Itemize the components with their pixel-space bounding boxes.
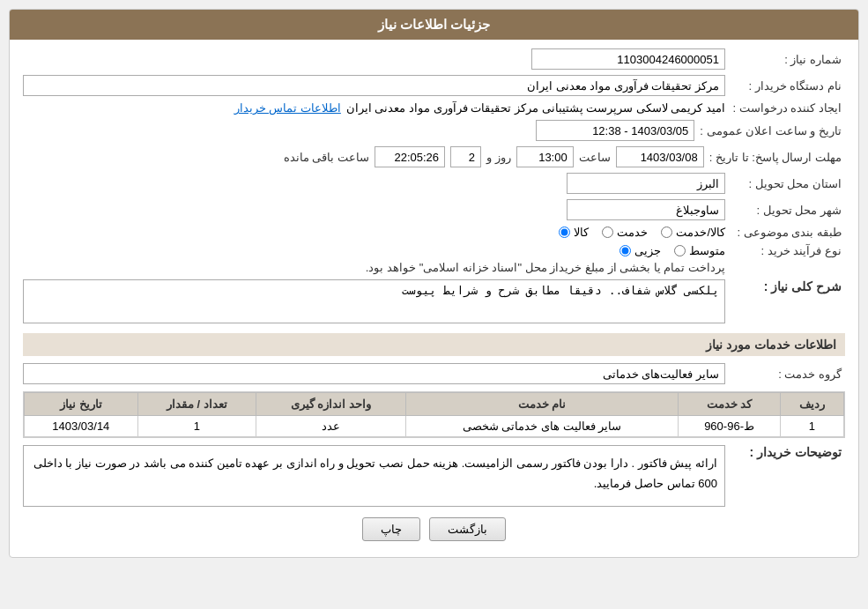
cell-name-1: سایر فعالیت های خدماتی شخصی xyxy=(405,416,678,437)
description-label: شرح کلی نیاز : xyxy=(731,279,845,293)
cell-row-1: 1 xyxy=(780,416,843,437)
cell-unit-1: عدد xyxy=(256,416,406,437)
back-button[interactable]: بازگشت xyxy=(429,517,506,541)
col-header-qty: تعداد / مقدار xyxy=(137,393,256,416)
process-radio-group: متوسط جزیی xyxy=(366,244,725,257)
buyer-org-value: مرکز تحقیقات فرآوری مواد معدنی ایران xyxy=(23,75,725,96)
reply-day-label: روز و xyxy=(486,151,511,164)
services-table: ردیف کد خدمت نام خدمت واحد اندازه گیری ت… xyxy=(23,391,845,438)
category-label: طبقه بندی موضوعی : xyxy=(731,226,845,239)
need-number-value: 1103004246000051 xyxy=(531,48,725,70)
creator-label: ایجاد کننده درخواست : xyxy=(731,101,845,115)
process-radio-medium[interactable]: متوسط xyxy=(674,244,725,257)
reply-time-label: ساعت xyxy=(579,151,611,164)
category-radio-group: کالا/خدمت خدمت کالا xyxy=(559,226,725,239)
category-radio-khedmat[interactable]: خدمت xyxy=(602,226,648,239)
col-header-name: نام خدمت xyxy=(405,393,678,416)
reply-remaining: 22:05:26 xyxy=(375,146,445,167)
category-label-kala: کالا xyxy=(574,226,589,239)
reply-days: 2 xyxy=(450,146,481,167)
buyer-notes-value: ارائه پیش فاکتور . دارا بودن فاکتور رسمی… xyxy=(23,445,725,507)
process-label-partial: جزیی xyxy=(634,244,661,257)
service-group-value: سایر فعالیت‌های خدماتی xyxy=(23,363,725,384)
creator-value: امید کریمی لاسکی سرپرست پشتیبانی مرکز تح… xyxy=(346,101,725,115)
reply-time: 13:00 xyxy=(516,146,574,167)
col-header-date: تاریخ نیاز xyxy=(25,393,138,416)
category-radio-kala-khedmat-input[interactable] xyxy=(661,227,672,238)
category-label-kala-khedmat: کالا/خدمت xyxy=(676,226,725,239)
buyer-org-label: نام دستگاه خریدار : xyxy=(731,79,845,93)
category-radio-kala-input[interactable] xyxy=(559,227,570,238)
services-section-header: اطلاعات خدمات مورد نیاز xyxy=(23,333,845,356)
col-header-code: کد خدمت xyxy=(679,393,781,416)
process-radio-partial-input[interactable] xyxy=(619,245,631,256)
cell-qty-1: 1 xyxy=(137,416,256,437)
province-label: استان محل تحویل : xyxy=(731,177,845,190)
buyer-notes-label: توضیحات خریدار : xyxy=(731,445,845,459)
reply-deadline-label: مهلت ارسال پاسخ: تا تاریخ : xyxy=(709,151,845,164)
process-note: پرداخت تمام یا بخشی از مبلغ خریداز محل "… xyxy=(366,261,725,274)
service-group-label: گروه خدمت : xyxy=(731,368,845,381)
category-radio-kala-khedmat[interactable]: کالا/خدمت xyxy=(661,226,725,239)
need-number-label: شماره نیاز : xyxy=(731,53,845,66)
buttons-row: بازگشت چاپ xyxy=(23,517,845,541)
announce-label: تاریخ و ساعت اعلان عمومی : xyxy=(700,124,845,137)
page-title: جزئیات اطلاعات نیاز xyxy=(10,10,858,40)
table-row: 1 ط-96-960 سایر فعالیت های خدماتی شخصی ع… xyxy=(25,416,844,437)
cell-code-1: ط-96-960 xyxy=(679,416,781,437)
city-value: ساوجبلاغ xyxy=(567,199,725,220)
col-header-unit: واحد اندازه گیری xyxy=(256,393,406,416)
col-header-row: ردیف xyxy=(780,393,843,416)
print-button[interactable]: چاپ xyxy=(362,517,420,541)
cell-date-1: 1403/03/14 xyxy=(25,416,138,437)
city-label: شهر محل تحویل : xyxy=(731,204,845,217)
process-label: نوع فرآیند خرید : xyxy=(731,244,845,257)
process-label-medium: متوسط xyxy=(689,244,725,257)
category-radio-kala[interactable]: کالا xyxy=(559,226,589,239)
announce-value: 1403/03/05 - 12:38 xyxy=(536,120,694,141)
province-value: البرز xyxy=(567,173,725,194)
process-radio-medium-input[interactable] xyxy=(674,245,686,256)
process-radio-partial[interactable]: جزیی xyxy=(619,244,661,257)
description-textarea[interactable] xyxy=(23,279,725,323)
reply-date: 1403/03/08 xyxy=(616,146,704,167)
category-label-khedmat: خدمت xyxy=(617,226,648,239)
reply-remaining-label: ساعت باقی مانده xyxy=(284,151,369,164)
category-radio-khedmat-input[interactable] xyxy=(602,227,613,238)
contact-link[interactable]: اطلاعات تماس خریدار xyxy=(234,101,341,115)
